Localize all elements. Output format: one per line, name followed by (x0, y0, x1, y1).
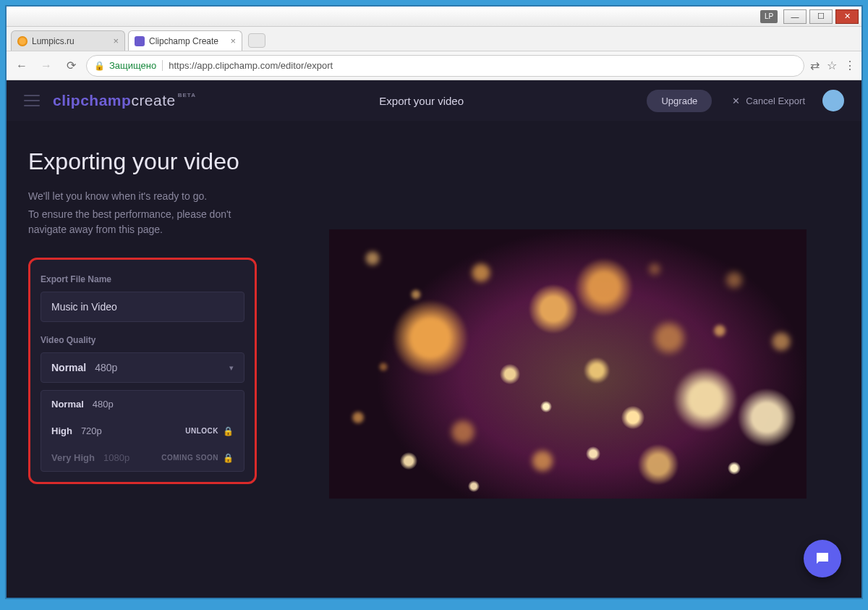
lock-icon: 🔒 (94, 61, 105, 71)
bokeh-light (673, 368, 737, 431)
nav-reload-button[interactable]: ⟳ (61, 56, 80, 75)
window-maximize-button[interactable]: ☐ (809, 9, 833, 24)
bookmark-icon[interactable]: ☆ (827, 59, 837, 72)
sidebar-desc-1: We'll let you know when it's ready to go… (28, 189, 257, 204)
bokeh-light (500, 364, 520, 384)
avatar[interactable] (822, 90, 844, 111)
bokeh-light (529, 284, 578, 334)
favicon-icon (17, 36, 27, 46)
browser-toolbar: ← → ⟳ 🔒 Защищено https://app.clipchamp.c… (7, 51, 861, 80)
hamburger-icon[interactable] (24, 95, 40, 106)
filename-label: Export File Name (41, 274, 244, 284)
app-page: clipchampcreateBETA Export your video Up… (7, 80, 861, 598)
bokeh-light (621, 406, 644, 429)
bokeh-light (650, 319, 688, 357)
cancel-export-button[interactable]: ✕ Cancel Export (732, 96, 805, 106)
browser-window: LP — ☐ ✕ Lumpics.ru × Clipchamp Create ×… (6, 6, 862, 598)
new-tab-button[interactable] (248, 33, 265, 48)
lock-icon: 🔒 (223, 426, 234, 436)
window-titlebar: LP — ☐ ✕ (7, 7, 861, 27)
bokeh-light (540, 401, 552, 412)
cancel-export-label: Cancel Export (746, 96, 805, 106)
bokeh-light (400, 452, 417, 470)
bokeh-light (410, 289, 422, 300)
nav-back-button[interactable]: ← (12, 56, 31, 75)
toolbar-icons: ⇄ ☆ ⋮ (810, 59, 856, 72)
tab-close-icon[interactable]: × (113, 35, 119, 46)
chevron-down-icon: ▾ (229, 363, 234, 373)
export-settings-panel: Export File Name Video Quality Normal 48… (28, 258, 257, 484)
bokeh-light (448, 418, 477, 446)
quality-dropdown: Normal480pHigh720pUNLOCK🔒Very High1080pC… (41, 390, 244, 472)
nav-forward-button[interactable]: → (37, 56, 56, 75)
window-close-button[interactable]: ✕ (835, 9, 859, 24)
lock-icon: 🔒 (223, 453, 234, 463)
app-content: Exporting your video We'll let you know … (7, 121, 861, 598)
quality-selected-name: Normal (51, 362, 86, 373)
bokeh-light (770, 330, 793, 353)
bokeh-light (529, 448, 556, 474)
bokeh-light (728, 462, 741, 475)
app-logo: clipchampcreateBETA (53, 92, 196, 109)
filename-input[interactable] (41, 292, 244, 322)
translate-icon[interactable]: ⇄ (810, 59, 820, 72)
favicon-icon (135, 36, 145, 46)
bokeh-light (712, 323, 727, 338)
quality-select[interactable]: Normal 480p ▾ (41, 352, 244, 383)
video-preview-area (274, 121, 861, 598)
quality-label: Video Quality (41, 335, 244, 345)
app-header: clipchampcreateBETA Export your video Up… (7, 80, 861, 121)
bokeh-light (393, 300, 468, 376)
browser-tabs: Lumpics.ru × Clipchamp Create × (7, 27, 861, 51)
address-bar[interactable]: 🔒 Защищено https://app.clipchamp.com/edi… (86, 55, 804, 77)
sidebar-desc-2: To ensure the best performance, please d… (28, 207, 257, 237)
tab-lumpics[interactable]: Lumpics.ru × (11, 30, 125, 51)
profile-badge: LP (760, 10, 778, 23)
bokeh-light (364, 250, 381, 267)
bokeh-light (638, 444, 678, 485)
video-preview (329, 229, 807, 499)
bokeh-light (738, 389, 796, 446)
tab-title: Lumpics.ru (32, 36, 75, 46)
secure-label: Защищено (109, 60, 163, 71)
page-title: Export your video (196, 95, 647, 107)
bokeh-light (469, 261, 493, 284)
export-sidebar: Exporting your video We'll let you know … (7, 121, 274, 598)
chat-button[interactable] (804, 540, 841, 577)
quality-selected-res: 480p (95, 362, 117, 373)
bokeh-light (647, 262, 662, 276)
window-minimize-button[interactable]: — (783, 9, 807, 24)
upgrade-button[interactable]: Upgrade (647, 90, 712, 112)
sidebar-heading: Exporting your video (28, 147, 257, 176)
bokeh-light (586, 446, 600, 461)
close-icon: ✕ (732, 96, 740, 106)
bokeh-light (584, 357, 610, 384)
tab-close-icon[interactable]: × (230, 35, 236, 46)
quality-option: Very High1080pCOMING SOON🔒 (41, 444, 244, 471)
bokeh-light (575, 258, 633, 316)
bokeh-light (724, 270, 744, 290)
url-text: https://app.clipchamp.com/editor/export (169, 60, 333, 71)
tab-clipchamp[interactable]: Clipchamp Create × (128, 30, 242, 51)
bokeh-light (468, 480, 480, 492)
bokeh-light (378, 362, 388, 372)
quality-option[interactable]: High720pUNLOCK🔒 (41, 418, 244, 444)
chat-icon (814, 550, 831, 567)
bokeh-light (351, 410, 365, 425)
tab-title: Clipchamp Create (149, 36, 218, 46)
menu-icon[interactable]: ⋮ (844, 59, 856, 72)
quality-option[interactable]: Normal480p (41, 391, 244, 418)
